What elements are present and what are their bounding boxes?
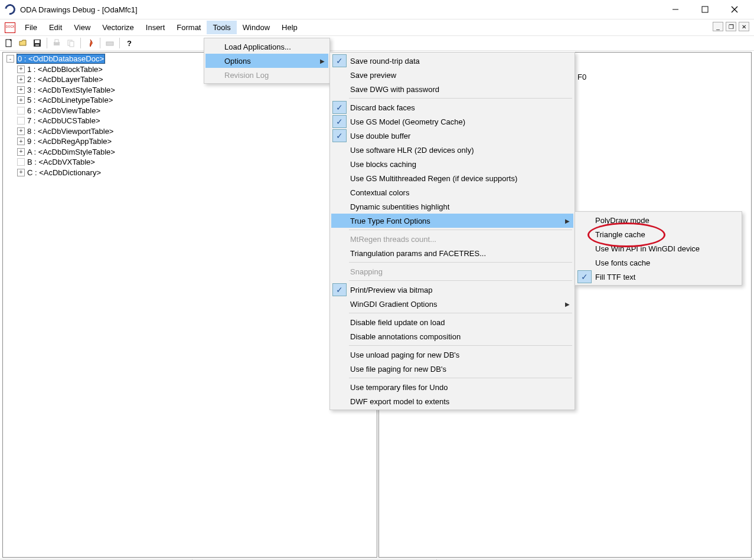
menu-item[interactable]: Options▶ [205, 54, 328, 68]
menu-item-label: Save DWG with password [348, 85, 562, 94]
tree-item-label: 1 : <AcDbBlockTable> [27, 65, 103, 74]
expand-icon[interactable] [17, 158, 25, 166]
maximize-button[interactable] [696, 3, 714, 16]
menu-item[interactable]: Use file paging for new DB's [331, 362, 573, 376]
expand-icon[interactable]: + [17, 86, 25, 94]
menu-item-label: Use Win API in WinGDI device [593, 244, 729, 253]
expand-icon[interactable]: + [17, 127, 25, 135]
menu-item[interactable]: Use GS Multithreaded Regen (if device su… [331, 171, 573, 185]
expand-icon[interactable] [17, 117, 25, 125]
menu-help[interactable]: Help [276, 21, 303, 34]
menu-view[interactable]: View [68, 21, 96, 34]
menu-item[interactable]: Use software HLR (2D devices only) [331, 143, 573, 157]
check-icon: ✓ [332, 115, 347, 128]
expand-icon[interactable]: + [17, 66, 25, 73]
titlebar: ODA Drawings Debug - [OdaMfc1] [0, 0, 754, 19]
menu-item[interactable]: Save preview [331, 68, 573, 82]
mdi-restore-button[interactable]: ❐ [726, 22, 736, 31]
svg-rect-12 [70, 41, 74, 47]
save-icon[interactable] [31, 37, 44, 50]
tree-item-label: 3 : <AcDbTextStyleTable> [27, 86, 115, 94]
menu-item-label: Use fonts cache [593, 258, 729, 267]
close-button[interactable] [726, 3, 743, 16]
svg-rect-13 [106, 42, 113, 45]
minimize-button[interactable] [667, 3, 684, 16]
menu-window[interactable]: Window [237, 21, 276, 34]
menu-item[interactable]: ✓Use double buffer [331, 129, 573, 143]
expand-icon[interactable]: + [17, 96, 25, 104]
tree-item[interactable]: +5 : <AcDbLinetypeTable> [4, 95, 376, 106]
menu-item[interactable]: Contextual colors [331, 185, 573, 199]
menu-item-label: Load Applications... [222, 42, 316, 51]
settings-icon[interactable] [103, 37, 116, 50]
menu-item-label: Use software HLR (2D devices only) [348, 146, 562, 155]
expand-icon[interactable] [17, 107, 25, 114]
menu-item[interactable]: Use Win API in WinGDI device [576, 241, 740, 256]
menu-item-label: Revision Log [222, 71, 316, 80]
svg-rect-10 [55, 40, 58, 42]
menu-vectorize[interactable]: Vectorize [96, 21, 139, 34]
flame-icon[interactable] [84, 37, 97, 50]
mdi-close-button[interactable]: ✕ [739, 22, 749, 31]
menu-item-label: Use file paging for new DB's [348, 365, 562, 374]
tree-item[interactable]: 7 : <AcDbUCSTable> [4, 116, 376, 126]
menu-item[interactable]: Load Applications... [205, 40, 328, 54]
menu-item[interactable]: Disable annotations composition [331, 329, 573, 343]
new-file-icon[interactable] [2, 37, 15, 50]
menu-item[interactable]: Triangle cache [576, 227, 740, 241]
menu-tools[interactable]: Tools [207, 21, 236, 34]
tree-item[interactable]: 6 : <AcDbViewTable> [4, 106, 376, 116]
menu-item-label: Use temporary files for Undo [348, 383, 562, 392]
print-icon[interactable] [50, 37, 63, 50]
menu-separator [349, 378, 572, 378]
menu-item[interactable]: Disable field update on load [331, 315, 573, 329]
expand-icon[interactable]: + [17, 169, 25, 176]
tree-item[interactable]: +8 : <AcDbViewportTable> [4, 126, 376, 137]
menu-item[interactable]: Save DWG with password [331, 82, 573, 96]
menu-item[interactable]: ✓Save round-trip data [331, 54, 573, 68]
expand-icon[interactable]: + [17, 76, 25, 83]
tree-item[interactable]: +C : <AcDbDictionary> [4, 168, 376, 178]
menu-separator [349, 262, 572, 263]
menu-item[interactable]: ✓Use GS Model (Geometry Cache) [331, 114, 573, 129]
menu-item[interactable]: Use temporary files for Undo [331, 380, 573, 394]
menu-item[interactable]: Use fonts cache [576, 256, 740, 270]
open-file-icon[interactable] [17, 37, 30, 50]
menu-item[interactable]: Triangulation params and FACETRES... [331, 246, 573, 260]
menu-item[interactable]: Use unload paging for new DB's [331, 348, 573, 362]
menu-separator [349, 345, 572, 346]
copy-icon[interactable] [64, 37, 77, 50]
menu-file[interactable]: File [19, 21, 43, 34]
tree-item[interactable]: B : <AcDbVXTable> [4, 157, 376, 168]
menu-item[interactable]: ✓Discard back faces [331, 100, 573, 114]
menu-item[interactable]: ✓Fill TTF text [576, 270, 740, 284]
tree-item[interactable]: +A : <AcDbDimStyleTable> [4, 147, 376, 158]
menu-item[interactable]: PolyDraw mode [576, 213, 740, 227]
expand-icon[interactable]: + [17, 137, 25, 145]
help-icon[interactable]: ? [123, 37, 136, 50]
mdi-minimize-button[interactable]: _ [713, 22, 723, 31]
menu-item[interactable]: DWF export model to extents [331, 394, 573, 408]
tree-panel[interactable]: -0 : <OdDbDatabaseDoc>+1 : <AcDbBlockTab… [2, 52, 377, 558]
tree-item-label: 5 : <AcDbLinetypeTable> [27, 96, 113, 104]
menubar: FileEditViewVectorizeInsertFormatToolsWi… [0, 19, 754, 35]
menu-item[interactable]: Dynamic subentities highlight [331, 199, 573, 214]
menu-item-label: Save round-trip data [348, 57, 562, 66]
check-icon: ✓ [332, 129, 347, 142]
menu-item[interactable]: Use blocks caching [331, 157, 573, 171]
collapse-icon[interactable]: - [6, 55, 14, 63]
expand-icon[interactable]: + [17, 148, 25, 156]
menu-format[interactable]: Format [171, 21, 207, 34]
menu-item[interactable]: True Type Font Options▶ [331, 214, 573, 228]
ttf-submenu: PolyDraw modeTriangle cacheUse Win API i… [575, 211, 742, 286]
menu-item[interactable]: ✓Print/Preview via bitmap [331, 283, 573, 297]
menu-item[interactable]: WinGDI Gradient Options▶ [331, 297, 573, 311]
tree-item[interactable]: +3 : <AcDbTextStyleTable> [4, 85, 376, 96]
window-controls [667, 3, 749, 16]
tree-item-label: 6 : <AcDbViewTable> [27, 106, 100, 115]
panel-text: F0 [577, 73, 586, 81]
tree-item[interactable]: +9 : <AcDbRegAppTable> [4, 136, 376, 147]
check-icon: ✓ [332, 54, 347, 67]
menu-insert[interactable]: Insert [140, 21, 171, 34]
menu-edit[interactable]: Edit [43, 21, 68, 34]
